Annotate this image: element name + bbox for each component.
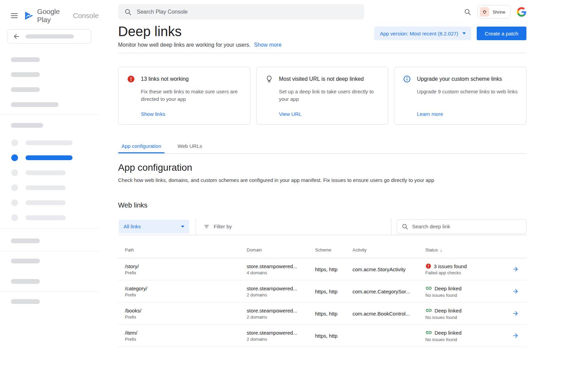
table-row[interactable]: /category/ Prefix store.steampowered... … — [118, 280, 526, 303]
google-account-avatar[interactable] — [517, 7, 527, 17]
app-version-dropdown[interactable]: App version: Most recent (8.2.027) — [374, 27, 471, 40]
activity-value: com.acme.StoryActivity — [353, 266, 425, 272]
back-button[interactable] — [7, 29, 91, 44]
table-row[interactable]: /story/ Prefix store.steampowered... 4 d… — [118, 258, 526, 280]
section-title: App configuration — [118, 162, 526, 173]
skeleton-bar — [26, 34, 74, 39]
sidebar-nav-item[interactable] — [0, 214, 99, 221]
skeleton-icon — [11, 139, 18, 146]
view-url-link[interactable]: View URL — [279, 111, 301, 117]
error-icon — [127, 75, 135, 83]
section-description: Check how web links, domains, and custom… — [118, 177, 526, 183]
domain-value: store.steampowered... — [247, 308, 315, 313]
skeleton-bar — [11, 57, 40, 62]
path-value: /books/ — [125, 308, 247, 313]
table-row[interactable]: /item/ Prefix store.steampowered... 2 do… — [118, 325, 526, 347]
card-body: Upgrade 9 custom scheme links to web lin… — [417, 88, 518, 95]
column-header-activity[interactable]: Activity — [353, 247, 425, 252]
header-actions: App version: Most recent (8.2.027) Creat… — [374, 27, 526, 40]
status-header-label: Status — [425, 247, 438, 252]
deep-link-icon — [425, 285, 432, 292]
play-console-logo[interactable]: Google Play Console — [24, 7, 99, 24]
skeleton-bar — [11, 259, 40, 263]
divider — [0, 251, 99, 251]
sidebar-nav-item-active[interactable] — [0, 154, 99, 161]
column-header-status[interactable]: Status ↓ — [425, 247, 506, 253]
skeleton-bar — [26, 185, 66, 190]
skeleton-icon — [11, 214, 18, 221]
domain-value: store.steampowered... — [247, 330, 315, 336]
search-icon-button[interactable] — [464, 8, 471, 16]
activity-value: com.acme.CategorySor... — [353, 289, 425, 294]
tab-app-configuration[interactable]: App configuration — [118, 138, 165, 153]
app-chip-label: Shrine — [492, 10, 505, 15]
table-row[interactable]: /books/ Prefix store.steampowered... 2 d… — [118, 303, 526, 325]
status-detail: No issues found — [425, 337, 506, 342]
skeleton-bar — [11, 72, 40, 77]
domain-count: 2 domains — [247, 315, 315, 320]
play-console-app: Google Play Console — [0, 0, 588, 368]
app-version-label: App version: Most recent (8.2.027) — [380, 31, 458, 36]
path-type: Prefix — [125, 337, 247, 342]
card-body: Set up a deep link to take users directl… — [279, 88, 380, 103]
sidebar-skeleton-group — [11, 57, 99, 107]
row-detail-arrow-icon[interactable] — [512, 288, 526, 295]
show-links-link[interactable]: Show links — [141, 111, 165, 117]
sidebar-nav-item[interactable] — [0, 199, 99, 206]
skeleton-bar — [11, 239, 40, 243]
global-search[interactable] — [118, 4, 364, 19]
status-value: Deep linked — [435, 308, 461, 313]
search-icon — [402, 223, 408, 230]
row-detail-arrow-icon[interactable] — [512, 332, 526, 339]
links-filter-select[interactable]: All links — [119, 220, 189, 233]
domain-count: 2 domains — [247, 292, 315, 297]
learn-more-link[interactable]: Learn more — [417, 111, 443, 117]
create-patch-button[interactable]: Create a patch — [477, 27, 526, 40]
card-title: 13 links not working — [141, 76, 189, 82]
scheme-value: https, http — [315, 289, 353, 294]
divider — [196, 218, 196, 235]
page-subtitle: Monitor how well deep links are working … — [118, 42, 251, 48]
topbar: Shrine — [99, 0, 588, 24]
deep-link-search-input[interactable] — [412, 224, 522, 229]
tab-web-urls[interactable]: Web URLs — [174, 138, 206, 153]
sidebar-nav-item[interactable] — [0, 184, 99, 191]
status-detail: No issues found — [425, 293, 506, 298]
activity-value: com.acme.BookControl... — [353, 311, 425, 317]
sort-descending-icon: ↓ — [440, 247, 442, 253]
shrine-app-icon — [480, 7, 489, 17]
error-icon — [425, 263, 431, 269]
menu-icon[interactable] — [10, 12, 18, 20]
card-most-visited-url: Most visited URL is not deep linked Set … — [256, 67, 389, 125]
sidebar-nav-item[interactable] — [0, 139, 99, 146]
skeleton-bar — [11, 102, 59, 107]
lightbulb-icon — [265, 75, 274, 83]
row-detail-arrow-icon[interactable] — [512, 310, 526, 317]
status-value: Deep linked — [435, 330, 461, 336]
divider — [0, 229, 99, 229]
filter-by-button[interactable]: Filter by — [203, 224, 232, 230]
scheme-value: https, http — [315, 266, 353, 272]
deep-link-icon — [425, 329, 432, 336]
app-switcher-chip[interactable]: Shrine — [477, 5, 510, 19]
filter-by-label: Filter by — [214, 224, 232, 229]
page-content: Deep links Monitor how well deep links a… — [118, 24, 526, 347]
status-value: Deep linked — [435, 286, 461, 291]
skeleton-icon — [11, 169, 18, 176]
skeleton-bar — [11, 87, 40, 92]
column-header-scheme[interactable]: Scheme — [315, 247, 353, 252]
divider — [118, 53, 526, 53]
column-header-domain[interactable]: Domain — [247, 247, 315, 252]
show-more-link[interactable]: Show more — [254, 42, 282, 48]
main-area: Shrine Deep links Monitor how well deep — [99, 0, 588, 368]
skeleton-bar — [26, 215, 66, 220]
sidebar: Google Play Console — [0, 0, 99, 368]
card-title: Most visited URL is not deep linked — [279, 76, 364, 82]
row-detail-arrow-icon[interactable] — [512, 266, 526, 273]
sidebar-nav-item[interactable] — [0, 169, 99, 176]
deep-link-search[interactable] — [397, 219, 526, 234]
skeleton-bar — [11, 299, 40, 304]
global-search-input[interactable] — [137, 9, 358, 15]
filter-icon — [203, 224, 210, 230]
column-header-path[interactable]: Path — [118, 247, 247, 252]
